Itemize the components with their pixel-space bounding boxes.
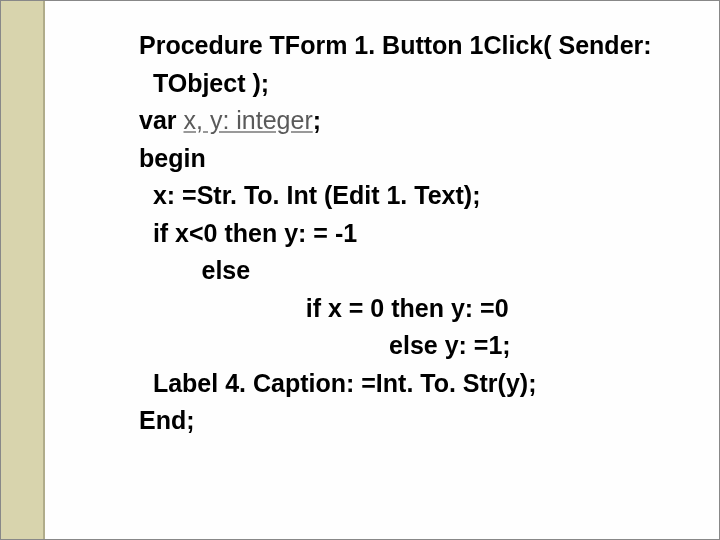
code-line: TObject ); [139,65,699,103]
keyword-var: var [139,106,183,134]
code-block: Procedure TForm 1. Button 1Click( Sender… [139,27,699,440]
code-line: x: =Str. To. Int (Edit 1. Text); [139,177,699,215]
code-line: begin [139,140,699,178]
code-line: End; [139,402,699,440]
code-line: else [139,252,699,290]
code-line: if x = 0 then y: =0 [139,290,699,328]
code-line: var x, y: integer; [139,102,699,140]
code-line: else y: =1; [139,327,699,365]
code-line: Procedure TForm 1. Button 1Click( Sender… [139,27,699,65]
var-declaration: x, y: integer [183,106,312,134]
left-accent-stripe [1,1,45,539]
code-line: if x<0 then y: = -1 [139,215,699,253]
slide: Procedure TForm 1. Button 1Click( Sender… [0,0,720,540]
code-line: Label 4. Caption: =Int. To. Str(y); [139,365,699,403]
semicolon: ; [313,106,321,134]
